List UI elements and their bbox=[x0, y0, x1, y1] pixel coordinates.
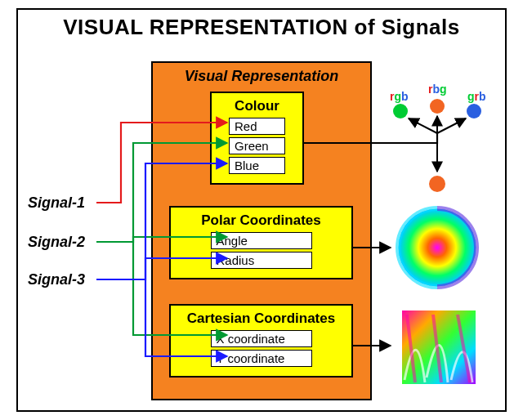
polar-angle-slot: Angle bbox=[211, 232, 312, 249]
cartesian-x-slot: X coordinate bbox=[211, 330, 312, 347]
cartesian-heading: Cartesian Coordinates bbox=[177, 311, 345, 327]
perm1-b: b bbox=[401, 90, 409, 103]
cartesian-y-slot: Y coordinate bbox=[211, 350, 312, 367]
perm-rbg-label: rbg bbox=[428, 83, 447, 96]
colour-heading: Colour bbox=[218, 98, 296, 114]
perm2-b: b bbox=[432, 83, 440, 96]
polar-box: Polar Coordinates Angle Radius bbox=[169, 206, 353, 279]
cartesian-box: Cartesian Coordinates X coordinate Y coo… bbox=[169, 304, 353, 378]
colour-blue-slot: Blue bbox=[229, 157, 285, 174]
perm1-g: g bbox=[394, 90, 401, 103]
polar-radius-slot: Radius bbox=[211, 252, 312, 269]
colour-green-slot: Green bbox=[229, 137, 285, 154]
signal-2-label: Signal-2 bbox=[28, 234, 85, 251]
perm3-g: g bbox=[467, 90, 475, 103]
colour-box: Colour Red Green Blue bbox=[210, 92, 304, 185]
colour-red-slot: Red bbox=[229, 118, 285, 135]
signal-3-label: Signal-3 bbox=[28, 271, 85, 288]
perm3-b: b bbox=[479, 90, 486, 103]
perm-rgb-label: rgb bbox=[390, 90, 409, 103]
diagram-title: VISUAL REPRESENTATION of Signals bbox=[0, 15, 523, 40]
polar-heading: Polar Coordinates bbox=[177, 212, 345, 229]
signal-1-label: Signal-1 bbox=[28, 194, 85, 212]
visual-representation-panel: Visual Representation Colour Red Green B… bbox=[151, 61, 372, 400]
perm-grb-label: grb bbox=[467, 90, 486, 103]
panel-title: Visual Representation bbox=[153, 68, 370, 85]
perm2-g: g bbox=[440, 83, 447, 96]
